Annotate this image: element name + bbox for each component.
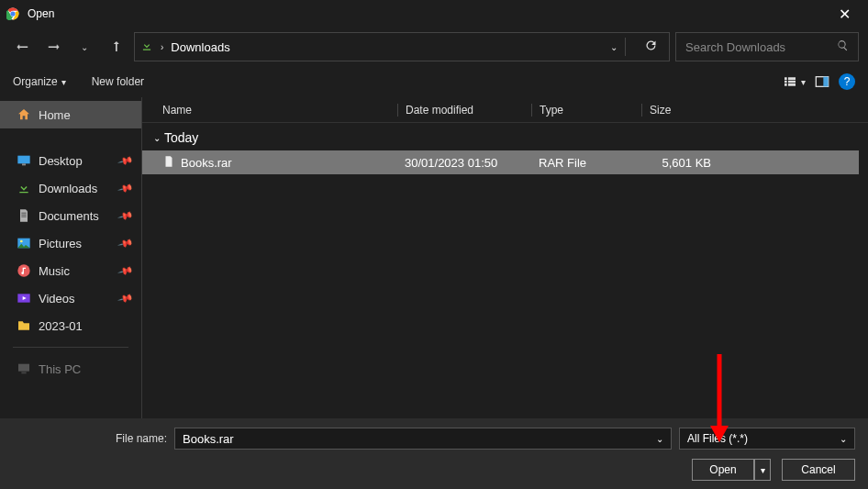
chevron-down-icon: ▾ [761,465,765,475]
svg-rect-8 [21,215,26,216]
svg-rect-4 [823,77,828,87]
window-title: Open [28,7,826,20]
file-date: 30/01/2023 01:50 [397,156,531,170]
filename-input[interactable]: Books.rar ⌄ [174,428,672,450]
chevron-down-icon[interactable]: ⌄ [656,434,663,444]
pin-icon: 📌 [117,235,135,251]
sidebar-item-label: Home [39,108,71,122]
sidebar-item-videos[interactable]: Videos 📌 [0,284,141,312]
preview-pane-icon [815,74,829,89]
sidebar-item-desktop[interactable]: Desktop 📌 [0,147,141,174]
svg-rect-6 [22,163,26,165]
home-icon [17,107,31,122]
path-segment-label: Downloads [171,40,229,54]
column-type[interactable]: Type [531,104,641,117]
folder-icon [17,318,31,333]
file-row[interactable]: Books.rar 30/01/2023 01:50 RAR File 5,60… [142,150,859,174]
sidebar-item-label: This PC [39,362,81,376]
open-label: Open [709,463,736,476]
sidebar-item-pictures[interactable]: Pictures 📌 [0,229,141,257]
recent-dropdown[interactable]: ⌄ [72,34,97,60]
column-size[interactable]: Size [641,104,715,117]
view-button[interactable]: ▾ [783,74,806,89]
up-button[interactable]: 🠕 [103,34,128,60]
new-folder-button[interactable]: New folder [92,75,144,88]
close-button[interactable]: ✕ [826,6,862,23]
organize-button[interactable]: Organize ▾ [13,75,66,88]
sidebar-item-label: Documents [39,209,99,223]
document-icon [17,208,31,223]
list-view-icon [783,74,797,89]
address-bar[interactable]: › Downloads ⌄ [134,32,670,61]
search-input[interactable]: Search Downloads [675,32,859,61]
file-size: 5,601 KB [641,156,715,170]
chrome-icon [6,6,20,21]
downloads-folder-icon [140,39,153,55]
filename-value: Books.rar [183,432,234,446]
svg-rect-15 [21,372,26,373]
filetype-select[interactable]: All Files (*.*) ⌄ [679,428,855,450]
sidebar-item-label: Videos [39,292,75,306]
search-icon [837,39,849,54]
svg-rect-5 [17,156,29,164]
sidebar-item-downloads[interactable]: Downloads 📌 [0,174,141,202]
back-button[interactable]: 🠔 [9,34,35,60]
sidebar-item-label: 2023-01 [39,319,83,333]
desktop-icon [17,153,31,168]
svg-point-11 [20,240,23,243]
download-icon [17,181,31,195]
chevron-down-icon: ▾ [801,77,806,87]
help-button[interactable]: ? [839,73,855,90]
filetype-value: All Files (*.*) [687,432,748,445]
column-name[interactable]: Name [162,104,397,117]
refresh-button[interactable] [639,39,663,55]
sidebar-item-label: Downloads [39,182,97,195]
chevron-right-icon: › [161,42,163,52]
cancel-button[interactable]: Cancel [782,459,855,481]
svg-rect-14 [18,364,29,372]
svg-point-1 [10,11,15,16]
file-type: RAR File [531,156,641,170]
file-icon [162,155,175,171]
sidebar-item-folder[interactable]: 2023-01 [0,312,141,339]
organize-label: Organize [13,75,58,88]
svg-rect-9 [21,217,26,217]
toolbar: Organize ▾ New folder ▾ ? [0,66,868,97]
cancel-label: Cancel [801,463,835,476]
column-date[interactable]: Date modified [397,104,531,117]
navbar: 🠔 🠖 ⌄ 🠕 › Downloads ⌄ Search Downloads [0,28,868,66]
sidebar-item-label: Music [39,264,70,278]
open-dropdown[interactable]: ▾ [754,459,771,481]
titlebar: Open ✕ [0,0,868,28]
pin-icon: 📌 [117,290,135,306]
sidebar-item-music[interactable]: Music 📌 [0,257,141,284]
column-headers: Name Date modified Type Size [142,97,868,123]
path-segment[interactable]: Downloads [171,40,229,54]
pc-icon [17,361,31,376]
preview-pane-button[interactable] [815,74,829,89]
pin-icon: 📌 [117,180,135,196]
chevron-down-icon: ▾ [61,77,66,87]
footer: File name: Books.rar ⌄ All Files (*.*) ⌄… [0,418,868,489]
chevron-down-icon: ⌄ [153,133,161,143]
filename-label: File name: [13,432,167,445]
file-name: Books.rar [181,156,232,170]
sidebar-item-home[interactable]: Home [0,101,141,128]
group-today[interactable]: ⌄ Today [142,123,868,150]
new-folder-label: New folder [92,75,144,88]
forward-button[interactable]: 🠖 [40,34,66,60]
chevron-down-icon: ⌄ [840,434,847,444]
sidebar: Home Desktop 📌 Downloads 📌 Documents 📌 [0,97,142,418]
group-label: Today [164,130,198,145]
address-dropdown[interactable]: ⌄ [610,42,618,52]
sidebar-item-documents[interactable]: Documents 📌 [0,202,141,229]
search-placeholder: Search Downloads [685,40,785,54]
sidebar-item-this-pc[interactable]: This PC [0,355,141,383]
music-icon [17,263,31,278]
file-list: Name Date modified Type Size ⌄ Today Boo… [142,97,868,418]
open-button-group: Open ▾ [692,459,771,481]
pin-icon: 📌 [117,207,135,224]
video-icon [17,291,31,306]
open-button[interactable]: Open [692,459,754,481]
pin-icon: 📌 [117,152,135,169]
